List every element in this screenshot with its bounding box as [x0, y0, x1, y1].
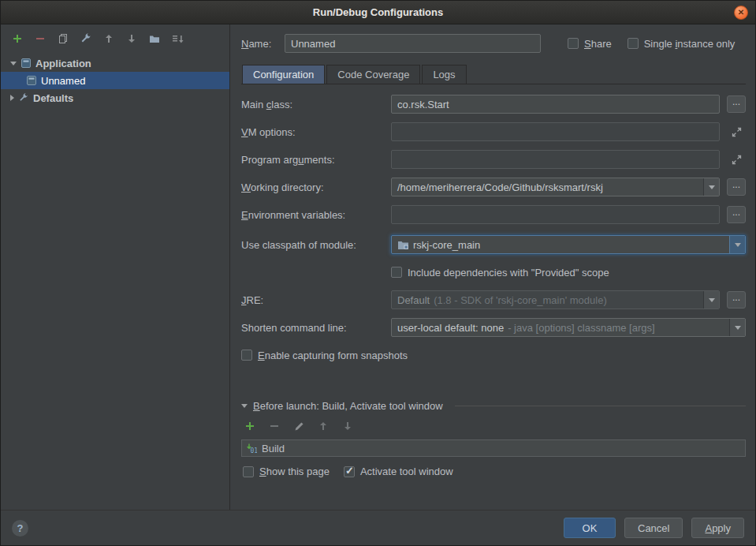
- jre-row: JRE: Default (1.8 - SDK of 'rskj-core_ma…: [241, 290, 746, 309]
- add-configuration-button[interactable]: [10, 32, 24, 46]
- arrow-up-icon: [317, 420, 330, 432]
- shorten-command-line-value: user-local default: none: [397, 322, 504, 334]
- move-task-down-button[interactable]: [341, 419, 355, 433]
- task-item-build[interactable]: Build: [262, 443, 285, 454]
- checkbox-icon: [391, 267, 402, 278]
- vm-options-label: VM options:: [241, 126, 391, 138]
- main-class-input[interactable]: [391, 95, 720, 114]
- activate-tool-window-checkbox[interactable]: Activate tool window: [344, 466, 453, 477]
- jre-hint: (1.8 - SDK of 'rskj-core_main' module): [434, 294, 607, 306]
- single-instance-checkbox[interactable]: Single instance only: [628, 38, 736, 50]
- environment-variables-input[interactable]: [391, 205, 720, 224]
- environment-variables-browse-button[interactable]: ...: [727, 206, 746, 223]
- tree-item-label: Unnamed: [41, 75, 85, 87]
- classpath-module-row: Use classpath of module: rskj-core_main: [241, 235, 746, 254]
- wrench-icon: [80, 32, 92, 45]
- dropdown-arrow-button[interactable]: [703, 291, 719, 309]
- before-launch-toolbar: [241, 412, 746, 439]
- cancel-button[interactable]: Cancel: [624, 518, 683, 538]
- sort-configurations-button[interactable]: [170, 32, 184, 46]
- name-input[interactable]: [285, 34, 541, 53]
- edit-templates-button[interactable]: [79, 32, 93, 46]
- ok-button[interactable]: OK: [564, 518, 616, 538]
- sort-icon: [171, 32, 184, 45]
- add-icon: [11, 32, 24, 45]
- wrench-icon: [18, 92, 29, 103]
- title-bar: Run/Debug Configurations: [1, 1, 755, 24]
- module-icon: [397, 240, 409, 250]
- shorten-command-line-hint: - java [options] classname [args]: [508, 322, 654, 334]
- tab-code-coverage[interactable]: Code Coverage: [326, 65, 420, 84]
- apply-button[interactable]: Apply: [691, 518, 744, 538]
- classpath-module-value: rskj-core_main: [413, 239, 480, 251]
- tree-item-defaults[interactable]: Defaults: [1, 89, 229, 107]
- tree-item-label: Application: [35, 58, 91, 69]
- before-launch-title: Before launch: Build, Activate tool wind…: [253, 400, 443, 412]
- checkbox-label: Single instance only: [644, 38, 736, 50]
- jre-label: JRE:: [241, 294, 391, 306]
- tab-configuration[interactable]: Configuration: [242, 65, 325, 84]
- enable-capturing-row: Enable capturing form snapshots: [241, 346, 746, 365]
- edit-task-button[interactable]: [292, 419, 306, 433]
- environment-variables-label: Environment variables:: [241, 209, 391, 221]
- program-arguments-expand-button[interactable]: [727, 150, 746, 169]
- window-title: Run/Debug Configurations: [313, 6, 443, 18]
- create-folder-button[interactable]: [147, 32, 162, 46]
- classpath-module-combo[interactable]: rskj-core_main: [391, 235, 746, 254]
- arrow-down-icon: [341, 420, 354, 432]
- arrow-up-icon: [102, 32, 115, 45]
- include-dependencies-checkbox[interactable]: Include dependencies with "Provided" sco…: [391, 267, 609, 279]
- move-task-up-button[interactable]: [316, 419, 330, 433]
- expand-field-icon: [731, 154, 743, 166]
- program-arguments-label: Program arguments:: [241, 154, 391, 166]
- before-launch-options: Show this page Activate tool window: [241, 466, 746, 477]
- move-down-button[interactable]: [125, 32, 139, 46]
- chevron-down-icon: [10, 62, 17, 65]
- expand-field-icon: [731, 126, 743, 138]
- dropdown-arrow-button[interactable]: [729, 319, 745, 336]
- help-button[interactable]: [12, 520, 28, 537]
- dropdown-arrow-button[interactable]: [703, 178, 719, 196]
- working-directory-field[interactable]: /home/meriherrera/Code/Github/rsksmart/r…: [391, 178, 720, 196]
- configurations-sidebar: Application Unnamed Defaults: [1, 24, 230, 510]
- chevron-down-icon: [709, 185, 715, 189]
- chevron-down-icon: [735, 326, 741, 330]
- show-this-page-checkbox[interactable]: Show this page: [243, 466, 330, 477]
- chevron-down-icon: [241, 404, 248, 408]
- enable-capturing-checkbox[interactable]: Enable capturing form snapshots: [241, 350, 408, 361]
- sidebar-toolbar: [1, 24, 229, 53]
- close-button[interactable]: [734, 6, 748, 20]
- shorten-command-line-combo[interactable]: user-local default: none - java [options…: [391, 318, 746, 337]
- checkbox-label: Activate tool window: [360, 466, 453, 477]
- environment-variables-row: Environment variables: ...: [241, 205, 746, 224]
- checkbox-label: Enable capturing form snapshots: [258, 350, 408, 361]
- copy-configuration-button[interactable]: [56, 32, 70, 46]
- before-launch-toggle[interactable]: Before launch: Build, Activate tool wind…: [241, 400, 746, 412]
- configuration-editor: Name: Share Single instance only Configu…: [230, 24, 755, 510]
- program-arguments-input[interactable]: [391, 150, 720, 169]
- tree-item-unnamed[interactable]: Unnamed: [1, 72, 229, 89]
- move-up-button[interactable]: [102, 32, 116, 46]
- checkbox-label: Share: [584, 38, 612, 50]
- jre-browse-button[interactable]: ...: [727, 291, 746, 309]
- build-icon: 01: [246, 443, 257, 454]
- configurations-tree: Application Unnamed Defaults: [1, 53, 229, 510]
- dialog-footer: OK Cancel Apply: [1, 510, 755, 545]
- dropdown-arrow-button[interactable]: [729, 236, 745, 253]
- copy-icon: [57, 32, 69, 45]
- remove-configuration-button[interactable]: [33, 32, 47, 46]
- folder-icon: [148, 32, 161, 45]
- tree-item-application[interactable]: Application: [1, 54, 229, 72]
- vm-options-expand-button[interactable]: [727, 122, 746, 141]
- vm-options-input[interactable]: [391, 122, 720, 141]
- classpath-module-label: Use classpath of module:: [241, 239, 391, 251]
- jre-combo[interactable]: Default (1.8 - SDK of 'rskj-core_main' m…: [391, 290, 720, 309]
- tab-logs[interactable]: Logs: [422, 65, 466, 84]
- remove-task-button[interactable]: [267, 419, 281, 433]
- working-directory-browse-button[interactable]: ...: [727, 178, 746, 196]
- add-task-button[interactable]: [243, 419, 257, 433]
- checkbox-label: Include dependencies with "Provided" sco…: [408, 267, 609, 279]
- share-checkbox[interactable]: Share: [568, 38, 612, 50]
- main-class-browse-button[interactable]: ...: [727, 95, 746, 113]
- configuration-tabs: Configuration Code Coverage Logs: [241, 65, 746, 84]
